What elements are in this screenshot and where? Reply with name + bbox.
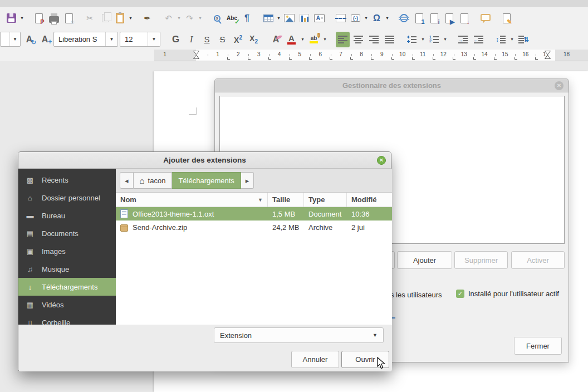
sidebar-item-images[interactable]: ▣Images bbox=[18, 242, 116, 260]
sidebar-item-vidéos[interactable]: ▦Vidéos bbox=[18, 296, 116, 313]
path-back-button[interactable]: ◂ bbox=[120, 172, 134, 189]
highlight-color-icon[interactable]: ab✏ bbox=[307, 32, 321, 47]
close-icon[interactable]: ✕ bbox=[377, 156, 386, 165]
insert-image-icon[interactable] bbox=[282, 11, 296, 26]
sidebar-item-dossier-personnel[interactable]: ⌂Dossier personnel bbox=[18, 189, 116, 207]
horizontal-ruler[interactable]: 1123456789101112131415161718 bbox=[154, 50, 588, 61]
increase-indent-icon[interactable] bbox=[456, 32, 470, 47]
close-button[interactable]: Fermer bbox=[514, 337, 562, 355]
italic-icon[interactable]: I bbox=[184, 32, 198, 47]
chevron-down-icon[interactable]: ▾ bbox=[509, 37, 514, 42]
cut-icon[interactable]: ✂ bbox=[83, 11, 97, 26]
chevron-down-icon[interactable]: ▼ bbox=[148, 32, 160, 46]
column-header-modifié[interactable]: Modifié bbox=[347, 193, 392, 207]
chevron-down-icon[interactable]: ▾ bbox=[364, 16, 369, 21]
formatting-marks-icon[interactable]: ¶ bbox=[240, 11, 254, 26]
chevron-down-icon[interactable]: ▼ bbox=[105, 32, 117, 46]
activer-button[interactable]: Activer bbox=[511, 251, 565, 269]
indent-marker-icon[interactable] bbox=[193, 51, 199, 59]
supprimer-button[interactable]: Supprimer bbox=[454, 251, 508, 269]
spellcheck-icon[interactable]: Abc✓ bbox=[225, 11, 239, 26]
sidebar-item-corbeille[interactable]: ▯Corbeille bbox=[18, 313, 116, 325]
line-spacing-icon[interactable] bbox=[494, 32, 508, 47]
find-replace-icon[interactable]: a bbox=[210, 11, 224, 26]
menu-bar[interactable] bbox=[0, 0, 588, 7]
chevron-down-icon[interactable]: ▾ bbox=[322, 37, 327, 42]
numbered-list-icon[interactable] bbox=[427, 32, 441, 47]
sidebar-item-musique[interactable]: ♫Musique bbox=[18, 260, 116, 278]
sidebar-item-documents[interactable]: ▤Documents bbox=[18, 224, 116, 242]
sidebar-item-bureau[interactable]: ▬Bureau bbox=[18, 207, 116, 224]
file-row[interactable]: Send-Archive.zip24,2 MBArchive2 jui bbox=[116, 220, 392, 234]
undo-icon[interactable]: ↶ bbox=[161, 11, 175, 26]
strikethrough-icon[interactable]: S bbox=[215, 32, 229, 47]
path-forward-button[interactable]: ▸ bbox=[241, 172, 254, 189]
chevron-down-icon[interactable]: ▾ bbox=[443, 37, 448, 42]
path-segment-tacon[interactable]: ⌂tacon bbox=[134, 172, 173, 189]
page-break-icon[interactable] bbox=[334, 11, 347, 26]
subscript-icon[interactable]: X2 bbox=[247, 32, 261, 47]
indent-marker-icon[interactable] bbox=[545, 51, 551, 59]
chevron-down-icon[interactable]: ▾ bbox=[128, 16, 133, 21]
clear-formatting-icon[interactable]: A✐ bbox=[269, 32, 283, 47]
hyperlink-icon[interactable] bbox=[397, 11, 411, 26]
column-header-type[interactable]: Type bbox=[304, 193, 347, 207]
chevron-down-icon[interactable]: ▾ bbox=[420, 37, 425, 42]
column-header-nom[interactable]: Nom▼ bbox=[116, 193, 268, 207]
paragraph-style-combo[interactable]: ▼ bbox=[0, 32, 21, 47]
file-type-filter-combo[interactable]: Extension ▼ bbox=[214, 327, 384, 343]
insert-field-icon[interactable]: (-) bbox=[349, 11, 362, 26]
paragraph-spacing-icon[interactable] bbox=[516, 32, 530, 47]
underline-icon[interactable]: S bbox=[200, 32, 214, 47]
redo-icon[interactable]: ↷ bbox=[183, 11, 197, 26]
save-icon[interactable] bbox=[4, 11, 18, 26]
copy-icon[interactable] bbox=[98, 11, 112, 26]
print-icon[interactable] bbox=[47, 11, 61, 26]
chevron-down-icon[interactable]: ▼ bbox=[9, 32, 20, 46]
new-style-icon[interactable]: A+ bbox=[38, 32, 52, 47]
checkbox-checked-icon[interactable]: ✓ bbox=[456, 290, 464, 298]
update-style-icon[interactable]: A↻ bbox=[22, 32, 36, 47]
chevron-down-icon[interactable]: ▾ bbox=[198, 16, 203, 21]
decrease-indent-icon[interactable] bbox=[472, 32, 486, 47]
endnote-icon[interactable]: i bbox=[427, 11, 441, 26]
file-chooser-titlebar[interactable]: Ajouter des extensions ✕ bbox=[18, 152, 391, 169]
comment-icon[interactable] bbox=[478, 11, 492, 26]
insert-chart-icon[interactable] bbox=[297, 11, 311, 26]
align-center-icon[interactable] bbox=[351, 32, 365, 47]
path-segment-téléchargements[interactable]: Téléchargements bbox=[172, 172, 241, 189]
sidebar-item-téléchargements[interactable]: ↓Téléchargements bbox=[18, 278, 116, 296]
cancel-button[interactable]: Annuler bbox=[291, 351, 339, 368]
close-icon[interactable]: ✕ bbox=[555, 81, 564, 90]
insert-table-icon[interactable] bbox=[261, 11, 275, 26]
font-name-combo[interactable]: Liberation S▼ bbox=[53, 32, 118, 47]
print-preview-icon[interactable]: ◌ bbox=[62, 11, 76, 26]
ajouter-button[interactable]: Ajouter bbox=[397, 251, 452, 269]
active-user-checkbox[interactable]: ✓ Installé pour l'utilisateur actif bbox=[456, 290, 559, 298]
bullet-list-icon[interactable] bbox=[405, 32, 419, 47]
bold-icon[interactable]: G bbox=[169, 32, 183, 47]
superscript-icon[interactable]: X2 bbox=[231, 32, 245, 47]
sidebar-item-récents[interactable]: ▩Récents bbox=[18, 171, 116, 189]
align-justify-icon[interactable] bbox=[383, 32, 396, 47]
track-changes-icon[interactable]: ✎ bbox=[499, 11, 513, 26]
align-right-icon[interactable] bbox=[367, 32, 381, 47]
paste-icon[interactable] bbox=[113, 11, 127, 26]
extension-manager-titlebar[interactable]: Gestionnaire des extensions ✕ bbox=[215, 79, 569, 92]
insert-textbox-icon[interactable]: A≡ bbox=[312, 11, 326, 26]
cross-reference-icon[interactable]: ↓ bbox=[457, 11, 471, 26]
font-size-combo[interactable]: 12▼ bbox=[120, 32, 160, 47]
chevron-down-icon[interactable]: ▾ bbox=[19, 16, 24, 21]
column-header-taille[interactable]: Taille bbox=[268, 193, 304, 207]
chevron-down-icon[interactable]: ▾ bbox=[300, 37, 305, 42]
chevron-down-icon[interactable]: ▾ bbox=[385, 16, 390, 21]
align-left-icon[interactable] bbox=[336, 32, 350, 47]
file-row[interactable]: Office2013-theme-1.1.oxt1,5 MBDocument10… bbox=[116, 207, 392, 220]
chevron-down-icon[interactable]: ▾ bbox=[276, 16, 281, 21]
footnote-icon[interactable]: 1 bbox=[412, 11, 426, 26]
chevron-down-icon[interactable]: ▾ bbox=[177, 16, 182, 21]
bookmark-icon[interactable]: ▶ bbox=[442, 11, 456, 26]
special-character-icon[interactable]: Ω bbox=[370, 11, 384, 26]
export-pdf-icon[interactable]: P bbox=[32, 11, 46, 26]
clone-formatting-icon[interactable]: ✒ bbox=[140, 11, 154, 26]
